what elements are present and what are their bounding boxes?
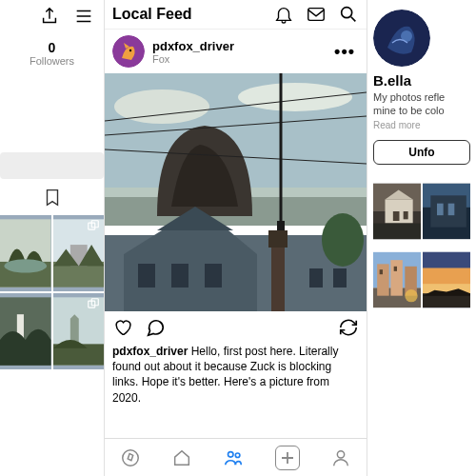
bell-icon[interactable] <box>273 4 294 25</box>
grid-thumb[interactable] <box>423 178 470 245</box>
svg-point-63 <box>405 289 417 302</box>
caption-username[interactable]: pdxfox_driver <box>112 345 188 358</box>
post-caption: pdxfox_driver Hello, first post here. Li… <box>105 344 367 413</box>
home-icon[interactable] <box>171 447 192 468</box>
profile-icon[interactable] <box>330 447 351 468</box>
carousel-icon <box>87 219 100 232</box>
unfollow-button[interactable]: Unfo <box>373 140 470 165</box>
followers-count: 0 <box>0 40 104 55</box>
svg-rect-15 <box>308 9 325 21</box>
left-profile-panel: 0 Followers <box>0 0 105 476</box>
menu-icon[interactable] <box>73 6 94 27</box>
svg-point-42 <box>337 450 344 457</box>
bookmark-icon[interactable] <box>42 187 63 208</box>
refresh-icon[interactable] <box>338 317 359 338</box>
svg-rect-62 <box>394 266 397 270</box>
svg-rect-36 <box>309 268 323 288</box>
grid-thumb[interactable] <box>53 293 105 369</box>
svg-rect-49 <box>404 211 408 219</box>
comment-icon[interactable] <box>145 317 166 338</box>
profile-grid <box>373 178 470 313</box>
grid-thumb[interactable] <box>423 247 470 313</box>
grid-thumb[interactable] <box>373 247 421 313</box>
profile-name: B.ella <box>373 72 470 89</box>
feed-panel: Local Feed pdxfox_driver Fox ••• <box>105 0 367 476</box>
people-icon[interactable] <box>223 447 244 468</box>
profile-bio: My photos refle mine to be colo <box>373 90 470 118</box>
svg-rect-58 <box>377 264 389 295</box>
svg-rect-31 <box>171 264 188 288</box>
svg-rect-33 <box>271 245 285 311</box>
share-icon[interactable] <box>39 6 60 27</box>
svg-point-41 <box>236 452 241 457</box>
svg-rect-55 <box>448 203 455 215</box>
feed-title: Local Feed <box>112 6 273 23</box>
grid-thumb[interactable] <box>0 215 51 291</box>
svg-rect-61 <box>380 269 383 274</box>
post-more-icon[interactable]: ••• <box>330 42 359 62</box>
heart-icon[interactable] <box>112 317 133 338</box>
svg-rect-54 <box>437 203 444 215</box>
carousel-icon <box>87 297 100 310</box>
grid-thumb[interactable] <box>373 178 421 245</box>
svg-point-18 <box>129 50 131 51</box>
svg-rect-65 <box>423 251 470 268</box>
followers-label: Followers <box>0 55 104 67</box>
edit-profile-button[interactable] <box>0 152 104 179</box>
mail-icon[interactable] <box>306 4 327 25</box>
followers-stat[interactable]: 0 Followers <box>0 40 104 67</box>
avatar[interactable] <box>112 35 145 68</box>
svg-rect-50 <box>373 223 421 239</box>
svg-point-16 <box>342 8 352 18</box>
bottom-nav <box>105 438 367 476</box>
grid-thumb[interactable] <box>53 215 105 291</box>
svg-point-38 <box>322 213 364 267</box>
avatar[interactable] <box>373 10 430 67</box>
svg-rect-30 <box>138 264 155 288</box>
svg-rect-34 <box>268 230 288 248</box>
svg-point-2 <box>4 259 47 272</box>
profile-grid <box>0 215 104 369</box>
svg-rect-59 <box>390 260 403 296</box>
grid-thumb[interactable] <box>0 293 51 369</box>
svg-rect-37 <box>333 268 347 288</box>
compass-icon[interactable] <box>120 447 141 468</box>
search-icon[interactable] <box>338 4 359 25</box>
right-profile-panel: B.ella My photos refle mine to be colo R… <box>367 0 476 476</box>
plus-icon[interactable] <box>275 446 300 470</box>
svg-rect-32 <box>205 264 222 288</box>
svg-point-21 <box>238 83 352 111</box>
post-subtitle: Fox <box>152 53 323 65</box>
svg-point-40 <box>228 451 234 457</box>
svg-point-39 <box>123 449 139 466</box>
read-more-link[interactable]: Read more <box>373 120 470 130</box>
post-username[interactable]: pdxfox_driver <box>152 39 323 53</box>
svg-rect-48 <box>393 211 400 221</box>
post-image[interactable] <box>105 73 367 311</box>
post-header: pdxfox_driver Fox ••• <box>105 30 367 73</box>
